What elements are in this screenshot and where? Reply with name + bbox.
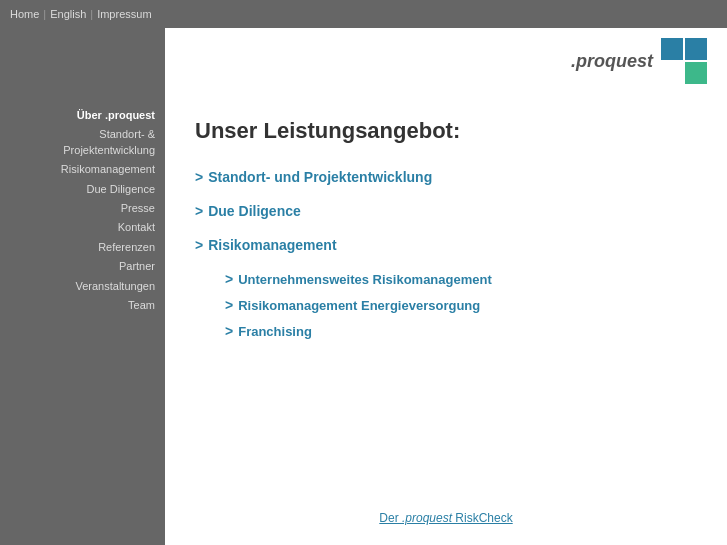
riskcheck-suffix: RiskCheck [452,511,513,525]
sidebar-item-standort[interactable]: Standort- & Projektentwicklung [63,127,155,158]
sidebar-navigation: Über .proquest Standort- & Projektentwic… [0,108,165,313]
riskcheck-link[interactable]: Der .proquest RiskCheck [379,511,512,525]
content-area: Unser Leistungsangebot: > Standort- und … [195,118,697,349]
sidebar-item-partner[interactable]: Partner [119,259,155,274]
arrow-risikomanagement: > [195,237,203,253]
separator-1: | [43,8,46,20]
arrow-standort: > [195,169,203,185]
separator-2: | [90,8,93,20]
logo-block-top-left [661,38,683,60]
link-due-diligence-text[interactable]: Due Diligence [208,203,301,219]
link-risikomanagement[interactable]: > Risikomanagement [195,237,697,253]
sidebar-item-due-diligence[interactable]: Due Diligence [87,182,155,197]
logo-blocks [661,38,707,84]
arrow-unternehmensweites: > [225,271,233,287]
sub-link-franchising[interactable]: > Franchising [225,323,697,339]
sub-link-franchising-text[interactable]: Franchising [238,324,312,339]
main-content: .proquest Unser Leistungsangebot: > Stan… [165,28,727,545]
sidebar-item-kontakt[interactable]: Kontakt [118,220,155,235]
top-navigation: Home | English | Impressum [0,0,727,28]
logo-block-top-right [685,38,707,60]
riskcheck-area: Der .proquest RiskCheck [195,490,697,525]
page-title: Unser Leistungsangebot: [195,118,697,144]
sidebar-item-uber-proquest[interactable]: Über .proquest [77,108,155,123]
riskcheck-italic: .proquest [402,511,452,525]
logo-block-bottom-right [685,62,707,84]
sidebar-item-risikomanagement[interactable]: Risikomanagement [61,162,155,177]
sidebar-item-team[interactable]: Team [128,298,155,313]
nav-english[interactable]: English [50,8,86,20]
logo-text: .proquest [571,51,653,72]
nav-impressum[interactable]: Impressum [97,8,151,20]
sub-link-energieversorgung[interactable]: > Risikomanagement Energieversorgung [225,297,697,313]
logo-area: .proquest [571,38,707,84]
riskcheck-prefix: Der [379,511,402,525]
logo-block-bottom-left [661,62,683,84]
sidebar-item-referenzen[interactable]: Referenzen [98,240,155,255]
sub-link-unternehmensweites[interactable]: > Unternehmensweites Risikomanagement [225,271,697,287]
link-due-diligence[interactable]: > Due Diligence [195,203,697,219]
link-standort-text[interactable]: Standort- und Projektentwicklung [208,169,432,185]
link-standort[interactable]: > Standort- und Projektentwicklung [195,169,697,185]
sub-link-unternehmensweites-text[interactable]: Unternehmensweites Risikomanagement [238,272,492,287]
sidebar-item-presse[interactable]: Presse [121,201,155,216]
arrow-due-diligence: > [195,203,203,219]
arrow-energieversorgung: > [225,297,233,313]
nav-home[interactable]: Home [10,8,39,20]
sub-link-energieversorgung-text[interactable]: Risikomanagement Energieversorgung [238,298,480,313]
arrow-franchising: > [225,323,233,339]
link-risikomanagement-text[interactable]: Risikomanagement [208,237,336,253]
layout: Über .proquest Standort- & Projektentwic… [0,28,727,545]
sidebar: Über .proquest Standort- & Projektentwic… [0,28,165,545]
sidebar-item-veranstaltungen[interactable]: Veranstaltungen [75,279,155,294]
